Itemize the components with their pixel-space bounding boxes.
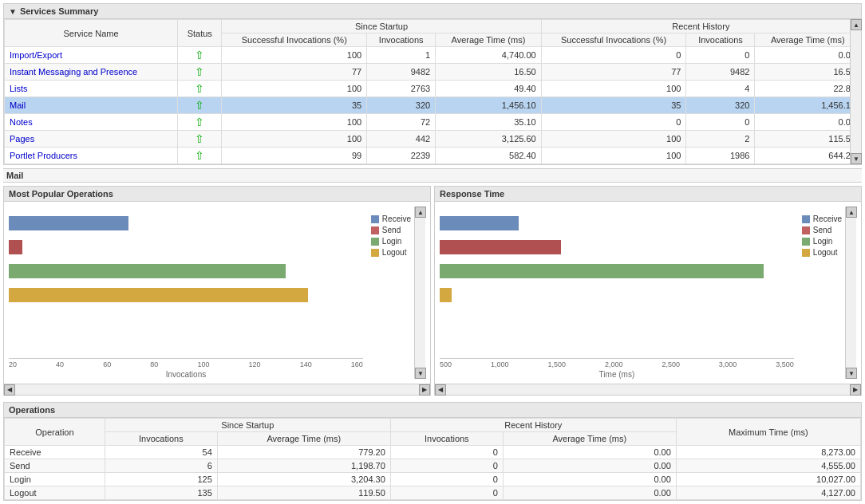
rh-success: 100 [541,148,686,164]
response-scroll-down[interactable]: ▼ [846,368,857,379]
response-legend: ReceiveSendLoginLogout [794,207,842,379]
service-link[interactable]: Instant Messaging and Presence [10,67,137,77]
table-row[interactable]: Instant Messaging and Presence ⇧ 77 9482… [5,64,861,81]
table-row[interactable]: Mail ⇧ 35 320 1,456.10 35 320 1,456.10 [5,97,861,114]
x-axis-label: 1,000 [491,360,509,368]
response-hscroll[interactable]: ◀ ▶ [435,384,861,395]
legend-label: Logout [813,248,838,257]
status-icon: ⇧ [195,65,204,78]
ss-avg: 3,125.60 [436,131,541,148]
response-x-axis: 5001,0001,5002,0002,5003,0003,500 [440,358,794,368]
ss-avg: 49.40 [436,81,541,97]
rh-avg: 115.50 [755,131,861,148]
rh-avg: 1,456.10 [755,97,861,114]
op-ss-avg: 3,204.30 [217,473,390,486]
service-link[interactable]: Lists [10,84,28,93]
services-summary-header: ▼ Services Summary [4,4,861,19]
op-rh-inv: 0 [390,473,503,486]
table-row[interactable]: Portlet Producers ⇧ 99 2239 582.40 100 1… [5,148,861,164]
main-container: ▼ Services Summary Service Name Status S… [0,0,865,504]
legend-label: Receive [382,215,411,223]
popular-x-axis: 20406080100120140160 [9,358,363,368]
table-row[interactable]: Lists ⇧ 100 2763 49.40 100 4 22.80 [5,81,861,97]
x-axis-label: 160 [351,360,363,368]
services-table: Service Name Status Since Startup Recent… [4,19,861,164]
ss-success: 77 [222,64,367,81]
popular-scroll-up[interactable]: ▲ [415,207,426,218]
op-ss-inv: 6 [105,459,217,473]
service-link[interactable]: Notes [10,117,33,127]
x-axis-label: 40 [56,360,64,368]
ss-avg: 582.40 [436,148,541,164]
ss-inv: 1 [367,47,436,64]
legend-color-box [371,226,379,234]
legend-item: Send [371,226,411,234]
rh-inv: 4 [686,81,755,97]
bar-row [9,286,363,304]
op-ss-inv: 125 [105,473,217,486]
rh-avg: 22.80 [755,81,861,97]
response-time-panel: Response Time 5001,0001,5002,0002,5003,0… [434,186,862,396]
x-axis-label: 60 [103,360,111,368]
ss-avg: 1,456.10 [436,97,541,114]
response-time-title: Response Time [435,187,861,202]
bar-row [440,286,794,304]
service-link[interactable]: Import/Export [10,50,62,60]
legend-color-box [371,238,379,246]
scroll-up-btn[interactable]: ▲ [851,19,862,30]
services-summary-panel: ▼ Services Summary Service Name Status S… [3,3,862,165]
col-ss-inv: Invocations [367,33,436,47]
op-rh-avg: 0.00 [503,473,676,486]
legend-item: Login [371,237,411,246]
response-time-body: 5001,0001,5002,0002,5003,0003,500 Time (… [435,202,861,384]
op-max-time: 10,027.00 [676,473,860,486]
scroll-down-btn[interactable]: ▼ [851,153,862,164]
ss-inv: 9482 [367,64,436,81]
popular-x-title: Invocations [9,370,363,379]
table-row[interactable]: Login 125 3,204.30 0 0.00 10,027.00 [5,473,861,486]
service-link[interactable]: Mail [10,100,26,110]
legend-item: Login [802,237,842,246]
collapse-icon[interactable]: ▼ [9,7,17,16]
response-scroll-left[interactable]: ◀ [435,384,446,396]
x-axis-label: 500 [440,360,452,368]
op-ss-inv: 135 [105,486,217,500]
legend-item: Logout [371,248,411,257]
mail-section-label: Mail [3,168,862,183]
table-row[interactable]: Receive 54 779.20 0 0.00 8,273.00 [5,446,861,459]
x-axis-label: 100 [197,360,209,368]
status-icon: ⇧ [195,132,204,145]
services-scrollbar[interactable]: ▲ ▼ [850,19,861,164]
rh-inv: 320 [686,97,755,114]
popular-scroll-down[interactable]: ▼ [415,368,426,379]
response-scroll-right[interactable]: ▶ [850,384,861,396]
legend-color-box [802,238,810,246]
rh-success: 0 [541,114,686,131]
rh-avg: 644.20 [755,148,861,164]
status-icon: ⇧ [195,82,204,95]
response-scroll-up[interactable]: ▲ [846,207,857,218]
legend-label: Receive [813,215,842,223]
popular-hscroll[interactable]: ◀ ▶ [4,384,430,395]
bar-row [440,215,794,232]
popular-scroll-right[interactable]: ▶ [419,384,430,396]
x-axis-label: 1,500 [547,360,566,368]
table-row[interactable]: Send 6 1,198.70 0 0.00 4,555.00 [5,459,861,473]
table-row[interactable]: Pages ⇧ 100 442 3,125.60 100 2 115.50 [5,131,861,148]
service-link[interactable]: Pages [10,134,34,144]
response-x-title: Time (ms) [440,370,794,379]
popular-scroll-left[interactable]: ◀ [4,384,15,396]
table-row[interactable]: Notes ⇧ 100 72 35.10 0 0 0.00 [5,114,861,131]
ss-avg: 16.50 [436,64,541,81]
ops-col-ss-inv: Invocations [105,432,217,446]
response-bar-chart [440,207,794,356]
x-axis-label: 80 [150,360,158,368]
bar-row [440,238,794,256]
table-row[interactable]: Import/Export ⇧ 100 1 4,740.00 0 0 0.00 [5,47,861,64]
service-link[interactable]: Portlet Producers [10,151,77,160]
rh-inv: 2 [686,131,755,148]
table-row[interactable]: Logout 135 119.50 0 0.00 4,127.00 [5,486,861,500]
rh-success: 35 [541,97,686,114]
legend-label: Send [813,226,831,234]
x-axis-label: 3,500 [776,360,794,368]
